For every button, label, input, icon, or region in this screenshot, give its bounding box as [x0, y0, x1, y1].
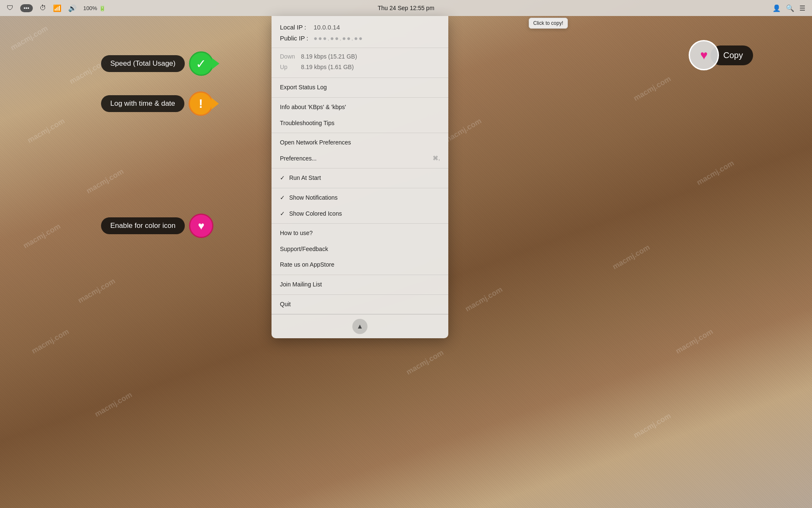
export-group: Export Status Log [272, 78, 448, 98]
color-icon-widget-icon-wrapper: ♥ [189, 214, 213, 238]
menu-item-quit[interactable]: Quit [272, 297, 448, 313]
click-to-copy-tooltip: Click to copy! [529, 18, 568, 29]
ip-section: Local IP : 10.0.0.14 Public IP : ●●●.●●.… [272, 16, 448, 48]
up-speed-row: Up 8.19 kbps (1.61 GB) [280, 62, 440, 72]
color-icon-widget-icon[interactable]: ♥ [189, 214, 213, 238]
down-speed-row: Down 8.19 kbps (15.21 GB) [280, 51, 440, 62]
menu-item-how-to-use[interactable]: How to use? [272, 225, 448, 241]
menu-item-info-kbps[interactable]: Info about 'KBps' & 'kbps' [272, 99, 448, 115]
local-ip-row: Local IP : 10.0.0.14 [280, 22, 440, 33]
copy-heart-icon: ♥ [700, 48, 708, 62]
mailing-group: Join Mailing List [272, 275, 448, 295]
person-icon[interactable]: 👤 [772, 4, 781, 12]
public-ip-value: ●●●.●●.●●.●● [314, 33, 363, 44]
speed-widget-label: Speed (Total Usage) [101, 55, 185, 72]
speed-section: Down 8.19 kbps (15.21 GB) Up 8.19 kbps (… [272, 48, 448, 78]
local-ip-value: 10.0.0.14 [314, 22, 340, 33]
log-widget-icon[interactable]: ! [189, 91, 213, 116]
copy-area: ♥ Copy [689, 40, 753, 70]
quit-group: Quit [272, 295, 448, 315]
menubar: 🛡 ••• ⏱ 📶 🔊 100% 🔋 Thu 24 Sep 12:55 pm 👤… [0, 0, 812, 16]
log-widget: Log with time & date ! [101, 91, 213, 116]
menu-item-rate-appstore[interactable]: Rate us on AppStore [272, 257, 448, 273]
list-icon[interactable]: ☰ [799, 4, 805, 12]
dropdown-menu: Local IP : 10.0.0.14 Public IP : ●●●.●●.… [272, 16, 448, 338]
local-ip-label: Local IP : [280, 22, 314, 33]
menubar-left: 🛡 ••• ⏱ 📶 🔊 100% 🔋 [7, 4, 106, 12]
color-icon-widget: Enable for color icon ♥ [101, 214, 213, 238]
toggle-group: ✓ Run At Start [272, 168, 448, 188]
public-ip-row: Public IP : ●●●.●●.●●.●● [280, 33, 440, 44]
help-group: How to use? Support/Feedback Rate us on … [272, 224, 448, 275]
menu-item-preferences[interactable]: Preferences... ⌘, [272, 151, 448, 167]
down-label: Down [280, 51, 301, 62]
volume-icon[interactable]: 🔊 [68, 4, 77, 12]
clock-icon[interactable]: ⏱ [40, 4, 46, 12]
menu-item-open-network[interactable]: Open Network Preferences [272, 135, 448, 151]
three-dots-icon[interactable]: ••• [20, 4, 33, 12]
log-widget-arrow [211, 98, 219, 110]
copy-icon-circle: ♥ [689, 40, 719, 70]
menu-item-support[interactable]: Support/Feedback [272, 241, 448, 257]
network-group: Open Network Preferences Preferences... … [272, 133, 448, 168]
color-icon-widget-label: Enable for color icon [101, 217, 185, 234]
down-value: 8.19 kbps (15.21 GB) [301, 51, 357, 62]
speed-widget-icon-wrapper: ✓ [189, 51, 213, 76]
menu-item-join-mailing[interactable]: Join Mailing List [272, 277, 448, 293]
menu-item-run-at-start[interactable]: ✓ Run At Start [272, 170, 448, 186]
log-widget-icon-wrapper: ! [189, 91, 213, 116]
up-label: Up [280, 62, 301, 72]
speed-widget-icon[interactable]: ✓ [189, 51, 213, 76]
menu-item-show-notifications[interactable]: ✓ Show Notifications [272, 190, 448, 206]
public-ip-label: Public IP : [280, 33, 314, 44]
up-value: 8.19 kbps (1.61 GB) [301, 62, 354, 72]
menu-bottom: ▲ [272, 314, 448, 338]
info-group: Info about 'KBps' & 'kbps' Troubleshooti… [272, 98, 448, 133]
speed-widget-arrow [212, 58, 219, 70]
speed-widget: Speed (Total Usage) ✓ [101, 51, 213, 76]
wifi-icon[interactable]: 📶 [53, 4, 61, 12]
shield-icon[interactable]: 🛡 [7, 4, 13, 12]
menubar-datetime: Thu 24 Sep 12:55 pm [378, 5, 434, 11]
menubar-right: 👤 🔍 ☰ [772, 4, 805, 12]
preferences-shortcut: ⌘, [433, 155, 440, 162]
search-icon[interactable]: 🔍 [786, 4, 794, 12]
notify-group: ✓ Show Notifications ✓ Show Colored Icon… [272, 188, 448, 224]
scroll-up-button[interactable]: ▲ [352, 319, 367, 334]
battery-text: 100% 🔋 [83, 5, 106, 11]
menu-item-show-colored-icons[interactable]: ✓ Show Colored Icons [272, 206, 448, 222]
menu-item-export-status-log[interactable]: Export Status Log [272, 80, 448, 96]
log-widget-label: Log with time & date [101, 95, 184, 112]
menu-item-troubleshooting[interactable]: Troubleshooting Tips [272, 115, 448, 131]
